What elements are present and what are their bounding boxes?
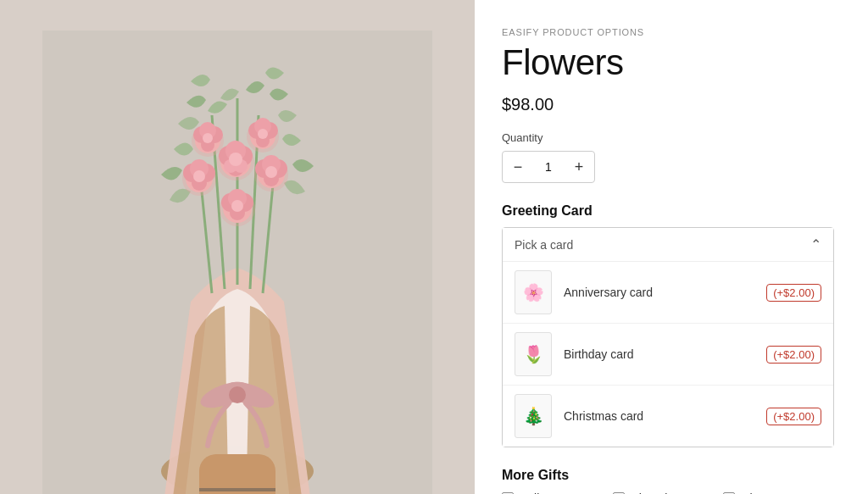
svg-point-18 [229, 153, 242, 166]
svg-point-39 [203, 133, 213, 143]
anniversary-card-price: (+$2.00) [766, 284, 821, 302]
greeting-card-dropdown[interactable]: Pick a card ⌃ 🌸 Anniversary card (+$2.00… [502, 227, 834, 447]
list-item[interactable]: 🎄 Christmas card (+$2.00) [503, 386, 833, 447]
birthday-card-name: Birthday card [564, 347, 760, 361]
product-image [0, 0, 475, 494]
svg-point-4 [229, 386, 246, 403]
dropdown-placeholder: Pick a card [515, 238, 573, 252]
birthday-card-price: (+$2.00) [766, 346, 821, 364]
christmas-card-thumb: 🎄 [515, 394, 552, 438]
christmas-card-price: (+$2.00) [766, 408, 821, 425]
quantity-plus-button[interactable]: + [564, 152, 594, 182]
dropdown-list: 🌸 Anniversary card (+$2.00) 🌷 Birthday c… [503, 261, 833, 447]
svg-point-32 [265, 166, 277, 178]
product-price: $98.00 [502, 95, 834, 114]
anniversary-card-name: Anniversary card [564, 286, 760, 299]
easify-label: EASIFY PRODUCT OPTIONS [502, 27, 834, 37]
quantity-minus-button[interactable]: − [503, 152, 533, 182]
greeting-card-section-title: Greeting Card [502, 203, 834, 219]
svg-point-46 [258, 129, 268, 139]
list-item[interactable]: 🌸 Anniversary card (+$2.00) [503, 262, 833, 324]
quantity-control: − 1 + [502, 151, 595, 183]
anniversary-card-thumb: 🌸 [515, 270, 552, 314]
christmas-card-name: Christmas card [564, 409, 760, 423]
quantity-label: Quantity [502, 131, 834, 144]
list-item[interactable]: 🌷 Birthday card (+$2.00) [503, 324, 833, 386]
svg-point-53 [231, 200, 243, 212]
svg-rect-56 [199, 488, 275, 491]
product-panel: EASIFY PRODUCT OPTIONS Flowers $98.00 Qu… [475, 0, 868, 494]
product-image-panel [0, 0, 475, 494]
birthday-card-thumb: 🌷 [515, 332, 552, 376]
chevron-up-icon: ⌃ [810, 236, 821, 253]
product-title: Flowers [502, 42, 834, 83]
quantity-value: 1 [533, 160, 564, 174]
dropdown-header[interactable]: Pick a card ⌃ [503, 228, 833, 261]
more-gifts-section-title: More Gifts [502, 468, 834, 483]
svg-point-25 [193, 170, 205, 182]
